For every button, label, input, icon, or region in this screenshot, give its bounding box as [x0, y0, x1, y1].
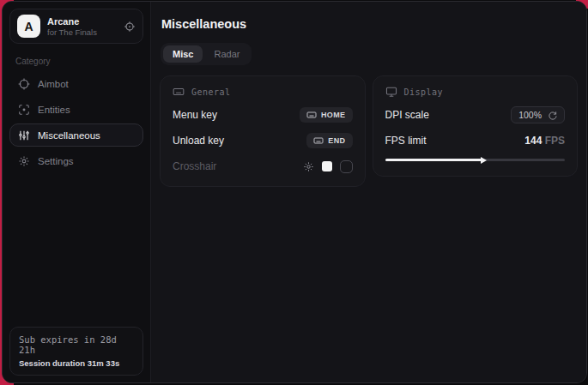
unload-key-row: Unload key END — [173, 132, 353, 149]
keyboard-icon — [306, 110, 317, 120]
dpi-scale-row: DPI scale 100% — [385, 106, 566, 123]
fps-limit-label: FPS limit — [385, 135, 427, 147]
brand-name: Arcane — [47, 16, 97, 27]
menu-key-row: Menu key HOME — [173, 106, 353, 123]
fps-number: 144 — [524, 135, 542, 147]
crosshair-controls — [303, 160, 353, 173]
desktop: A Arcane for The Finals Category — [0, 0, 588, 385]
subscription-status-box: Sub expires in 28d 21h Session duration … — [9, 327, 143, 376]
fps-limit-row: FPS limit 144 FPS — [385, 132, 566, 149]
menu-key-label: Menu key — [173, 109, 217, 121]
sidebar-item-label: Entities — [38, 105, 70, 115]
brand-text: Arcane for The Finals — [47, 16, 97, 37]
category-label: Category — [15, 57, 137, 66]
menu-key-value: HOME — [321, 111, 346, 119]
general-panel: General Menu key HOME — [160, 75, 366, 187]
fps-limit-value: 144 FPS — [524, 135, 565, 147]
brand-logo: A — [17, 15, 40, 38]
display-panel-header: Display — [385, 86, 566, 98]
refresh-icon[interactable] — [548, 111, 557, 120]
target-icon[interactable] — [124, 21, 136, 33]
sub-expires-text: Sub expires in 28d 21h — [19, 334, 134, 355]
fps-slider-fill — [385, 159, 482, 161]
scan-icon — [18, 104, 30, 116]
gear-icon — [18, 155, 30, 167]
crosshair-row: Crosshair — [173, 158, 353, 175]
brand-subtitle: for The Finals — [47, 27, 97, 37]
dpi-scale-control[interactable]: 100% — [511, 106, 565, 123]
page-title: Miscellaneous — [161, 17, 578, 31]
unload-key-label: Unload key — [173, 135, 224, 147]
brand-card: A Arcane for The Finals — [9, 9, 143, 44]
monitor-icon — [385, 86, 397, 98]
keyboard-icon — [173, 86, 185, 98]
general-panel-title: General — [191, 87, 231, 97]
unload-key-bind-button[interactable]: END — [306, 133, 352, 148]
main-content: Miscellaneous Misc Radar Gene — [151, 2, 586, 382]
session-duration-text: Session duration 31m 33s — [19, 358, 134, 368]
sidebar-item-settings[interactable]: Settings — [9, 149, 143, 172]
sidebar-item-label: Miscellaneous — [38, 130, 100, 141]
dpi-scale-label: DPI scale — [385, 109, 429, 121]
sidebar: A Arcane for The Finals Category — [3, 2, 151, 382]
fps-unit: FPS — [542, 135, 565, 147]
app-window: A Arcane for The Finals Category — [2, 1, 587, 383]
sidebar-item-aimbot[interactable]: Aimbot — [9, 72, 143, 95]
crosshair-settings-gear-icon[interactable] — [303, 161, 314, 172]
panels: General Menu key HOME — [160, 75, 578, 187]
sidebar-item-entities[interactable]: Entities — [9, 98, 143, 121]
dpi-scale-value: 100% — [518, 110, 542, 120]
tabs-bar: Misc Radar — [161, 43, 252, 65]
sidebar-nav: Aimbot Entities — [9, 72, 143, 172]
display-panel: Display DPI scale 100% — [373, 75, 579, 177]
general-panel-header: General — [173, 86, 353, 98]
sidebar-item-label: Settings — [38, 156, 74, 166]
sliders-icon — [18, 129, 30, 141]
menu-key-bind-button[interactable]: HOME — [300, 107, 353, 123]
display-panel-title: Display — [404, 87, 444, 97]
tab-misc[interactable]: Misc — [163, 45, 203, 63]
fps-limit-slider[interactable] — [385, 154, 566, 165]
fps-slider-thumb[interactable] — [481, 157, 487, 164]
sidebar-item-label: Aimbot — [38, 79, 69, 89]
tab-radar[interactable]: Radar — [204, 45, 249, 63]
crosshair-label: Crosshair — [173, 160, 216, 172]
keyboard-icon — [313, 135, 324, 146]
crosshair-icon — [18, 78, 30, 90]
sidebar-item-miscellaneous[interactable]: Miscellaneous — [9, 123, 143, 147]
crosshair-checkbox[interactable] — [340, 160, 353, 173]
crosshair-color-swatch[interactable] — [322, 161, 332, 171]
unload-key-value: END — [328, 136, 345, 145]
